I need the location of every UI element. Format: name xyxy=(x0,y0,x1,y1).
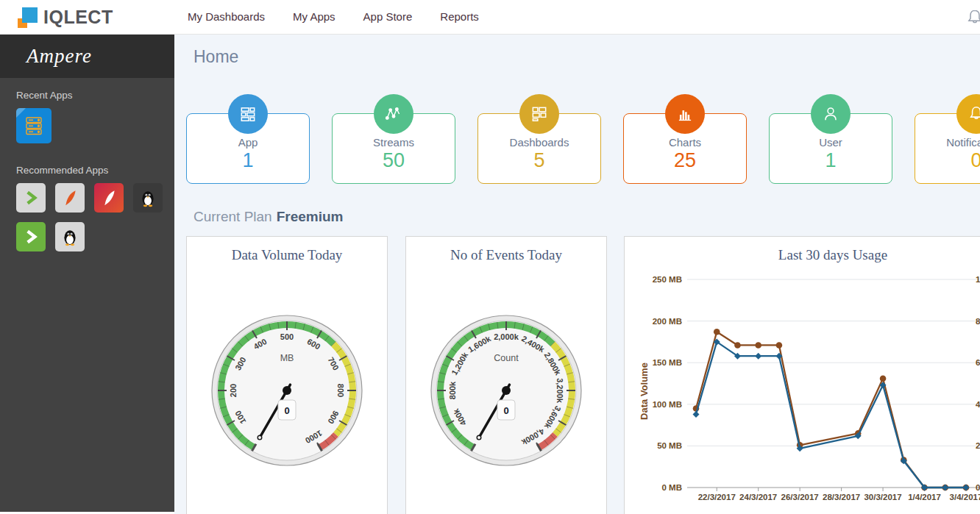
main-nav: My DashboardsMy AppsApp StoreReports xyxy=(188,0,507,34)
stat-card-label: Streams xyxy=(333,136,455,149)
svg-text:MB: MB xyxy=(280,353,294,363)
svg-text:250 MB: 250 MB xyxy=(653,275,682,284)
nav-item-reports[interactable]: Reports xyxy=(440,0,479,34)
nav-item-app-store[interactable]: App Store xyxy=(363,0,413,34)
stat-card-label: App xyxy=(187,136,309,149)
nav-item-my-dashboards[interactable]: My Dashboards xyxy=(188,0,265,34)
svg-text:50 MB: 50 MB xyxy=(657,441,682,450)
svg-text:24/3/2017: 24/3/2017 xyxy=(739,493,777,501)
recent-apps-label: Recent Apps xyxy=(16,90,174,101)
bar-chart-icon xyxy=(665,94,705,134)
stat-card-value: 0 xyxy=(915,149,980,172)
svg-text:0: 0 xyxy=(284,405,289,416)
page-title: Home xyxy=(193,47,238,67)
top-header: IQLECT My DashboardsMy AppsApp StoreRepo… xyxy=(0,0,980,35)
svg-text:30/3/2017: 30/3/2017 xyxy=(864,493,901,501)
svg-text:500: 500 xyxy=(280,332,294,341)
svg-text:800k: 800k xyxy=(448,381,457,399)
stat-card-value: 1 xyxy=(187,149,309,172)
data-volume-gauge: 1002003004005006007008009001000MB0 xyxy=(187,270,387,514)
nav-item-my-apps[interactable]: My Apps xyxy=(293,0,335,34)
svg-text:1/4/2017: 1/4/2017 xyxy=(908,493,941,501)
svg-text:0: 0 xyxy=(976,483,980,492)
svg-text:1,000k: 1,000k xyxy=(976,275,980,284)
events-gauge: 400k800k1,200k1,600k2,000k2,400k2,800k3,… xyxy=(406,270,606,514)
svg-text:200 MB: 200 MB xyxy=(653,317,682,326)
plan-value: Freemium xyxy=(277,209,344,224)
app-tile-feather-icon[interactable] xyxy=(94,183,124,213)
plan-label: Current Plan xyxy=(193,209,272,224)
svg-text:22/3/2017: 22/3/2017 xyxy=(698,493,736,501)
main-content: Home App 1 Streams 50 Dashboards 5 Chart… xyxy=(174,34,980,514)
sidebar: Ampere Recent Apps Recommended Apps xyxy=(0,34,174,512)
events-gauge-panel: No of Events Today 400k800k1,200k1,600k2… xyxy=(405,236,607,514)
svg-text:150 MB: 150 MB xyxy=(653,358,682,367)
stat-card-value: 50 xyxy=(333,149,455,172)
svg-text:0 MB: 0 MB xyxy=(662,483,682,492)
app-grid-icon xyxy=(228,94,268,134)
product-name: Ampere xyxy=(0,34,174,78)
user-icon xyxy=(811,94,851,134)
stat-card-dashboards[interactable]: Dashboards 5 xyxy=(477,113,601,184)
app-tile-chevron-right-icon[interactable] xyxy=(16,183,46,213)
panel-title: No of Events Today xyxy=(406,247,606,263)
logo-text: IQLECT xyxy=(43,7,113,28)
panel-title: Data Volume Today xyxy=(187,247,387,263)
app-tile-penguin-icon[interactable] xyxy=(55,222,85,251)
svg-text:Data Volume: Data Volume xyxy=(639,363,650,420)
stat-card-label: Dashboards xyxy=(478,136,600,149)
app-tile-feather-icon[interactable] xyxy=(55,183,85,213)
stat-card-value: 1 xyxy=(770,149,892,172)
stat-card-label: Charts xyxy=(624,136,746,149)
stat-card-streams[interactable]: Streams 50 xyxy=(332,113,455,184)
svg-text:100 MB: 100 MB xyxy=(653,400,682,409)
stat-card-value: 5 xyxy=(478,149,600,172)
stat-card-charts[interactable]: Charts 25 xyxy=(623,113,747,184)
bell-outline-icon[interactable] xyxy=(965,8,980,30)
app-tile-server-stack-icon[interactable] xyxy=(16,108,52,143)
panel-title: Last 30 days Usage xyxy=(625,247,980,263)
data-volume-gauge-panel: Data Volume Today 1002003004005006007008… xyxy=(186,236,388,514)
dashboards-grid-icon xyxy=(519,94,559,134)
streams-icon xyxy=(374,94,413,134)
svg-text:28/3/2017: 28/3/2017 xyxy=(823,493,860,501)
svg-text:3/4/2017: 3/4/2017 xyxy=(950,493,980,501)
current-plan: Current PlanFreemium xyxy=(193,209,343,225)
svg-text:200k: 200k xyxy=(976,441,980,450)
stat-card-user[interactable]: User 1 xyxy=(769,113,892,184)
svg-text:3,200k: 3,200k xyxy=(555,378,564,404)
svg-text:0: 0 xyxy=(503,405,508,416)
iqlect-logo-icon xyxy=(18,7,38,27)
app-tile-chevron-right-icon[interactable] xyxy=(16,222,46,251)
recent-apps-list xyxy=(0,108,174,153)
svg-text:600k: 600k xyxy=(976,358,980,367)
usage-chart-panel: Last 30 days Usage 0 MB050 MB200k100 MB4… xyxy=(624,236,980,514)
svg-text:800k: 800k xyxy=(976,317,980,326)
bell-icon xyxy=(956,94,980,134)
svg-text:2,000k: 2,000k xyxy=(494,332,519,341)
svg-text:400k: 400k xyxy=(976,400,980,409)
stat-card-label: Notifications xyxy=(915,136,980,149)
stat-card-label: User xyxy=(770,136,892,149)
svg-text:200: 200 xyxy=(229,384,238,397)
stat-card-notifications[interactable]: Notifications 0 xyxy=(915,113,980,184)
svg-text:800: 800 xyxy=(336,384,345,397)
stat-card-app[interactable]: App 1 xyxy=(186,113,310,184)
svg-text:26/3/2017: 26/3/2017 xyxy=(781,493,819,501)
recommended-apps-label: Recommended Apps xyxy=(16,165,174,176)
recommended-apps-list xyxy=(0,183,174,261)
app-logo[interactable]: IQLECT xyxy=(18,7,113,28)
stat-card-value: 25 xyxy=(624,149,746,172)
app-tile-penguin-icon[interactable] xyxy=(133,183,163,213)
usage-line-chart: 0 MB050 MB200k100 MB400k150 MB600k200 MB… xyxy=(625,270,980,514)
svg-text:Count: Count xyxy=(494,353,519,363)
